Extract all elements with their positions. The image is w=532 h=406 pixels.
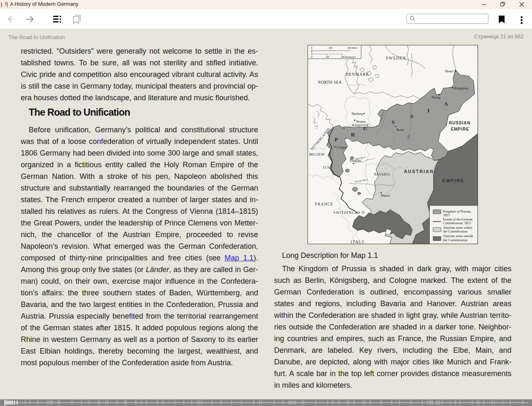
svg-text:P: P (335, 136, 338, 143)
svg-text:U: U (363, 125, 367, 131)
svg-text:Extent of the German: Extent of the German (443, 218, 473, 221)
svg-text:SWEDEN: SWEDEN (386, 56, 406, 60)
svg-text:Confederation, 1815: Confederation, 1815 (443, 221, 471, 225)
svg-text:Munich: Munich (381, 194, 390, 198)
svg-text:the Confederation: the Confederation (443, 238, 468, 242)
svg-text:Berlin: Berlin (397, 129, 404, 132)
svg-text:FRANCE: FRANCE (315, 202, 334, 206)
svg-text:SWITZERLAN D: SWITZERLAN D (333, 210, 365, 215)
svg-text:LUX.: LUX. (323, 166, 330, 169)
svg-text:DENMARK: DENMARK (345, 72, 369, 77)
svg-text:RUSSIAN: RUSSIAN (449, 121, 470, 125)
svg-text:Austrian areas within: Austrian areas within (443, 226, 472, 230)
svg-text:ITALY: ITALY (351, 240, 365, 244)
svg-text:1815: 1815 (443, 213, 450, 217)
svg-text:NORTH SEA: NORTH SEA (318, 80, 342, 84)
svg-text:200 Kilometers: 200 Kilometers (341, 56, 356, 58)
svg-text:A: A (444, 101, 448, 107)
svg-text:200 Miles: 200 Miles (347, 47, 357, 49)
svg-text:Danzig: Danzig (432, 96, 441, 99)
svg-text:0: 0 (311, 47, 313, 49)
svg-text:BELGIUM: BELGIUM (309, 153, 324, 156)
svg-text:S: S (410, 113, 414, 119)
svg-text:Austrian areas outside: Austrian areas outside (443, 234, 473, 238)
svg-text:BAVARIA: BAVARIA (374, 173, 390, 176)
svg-text:R: R (351, 131, 355, 138)
svg-text:AUSTRIAN: AUSTRIAN (404, 169, 434, 174)
svg-text:Kingdom of Prussia,: Kingdom of Prussia, (443, 210, 471, 213)
svg-text:EMPIRE: EMPIRE (451, 127, 469, 131)
svg-text:Königsberg: Königsberg (454, 87, 468, 90)
svg-text:EMPIRE: EMPIRE (442, 178, 464, 183)
svg-text:I: I (427, 107, 429, 114)
svg-text:Bremen: Bremen (356, 120, 366, 124)
svg-text:S: S (392, 119, 395, 125)
svg-text:Cologne: Cologne (336, 146, 346, 149)
svg-text:the Confederation: the Confederation (443, 230, 468, 233)
svg-text:0: 0 (311, 56, 313, 58)
svg-text:Memel: Memel (445, 70, 453, 73)
svg-text:100: 100 (325, 56, 329, 58)
svg-text:Hamburg: Hamburg (352, 112, 363, 116)
svg-text:100: 100 (329, 47, 332, 49)
